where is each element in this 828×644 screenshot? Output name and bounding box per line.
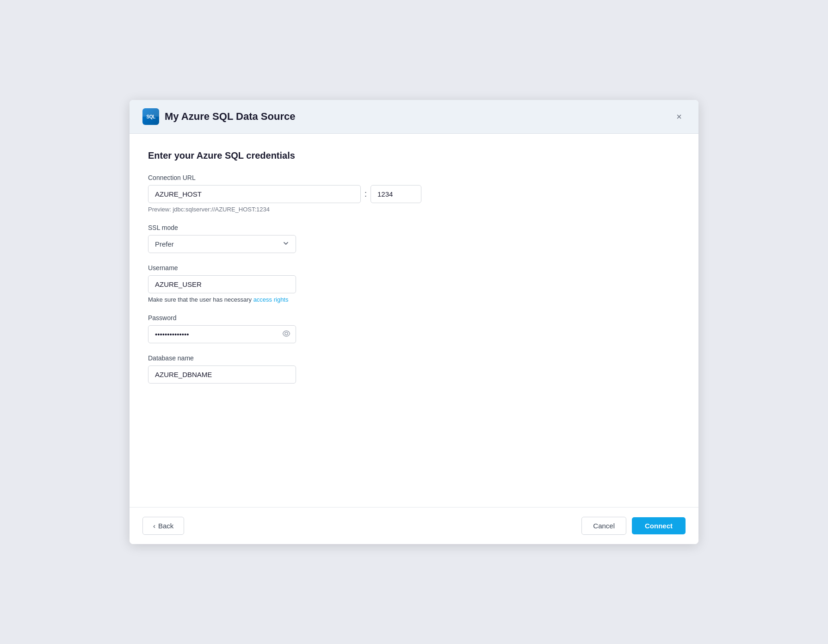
host-input[interactable]	[148, 185, 361, 203]
ssl-select-wrapper: Disable Allow Prefer Require Verify-CA V…	[148, 235, 296, 253]
username-help-text: Make sure that the user has necessary ac…	[148, 296, 680, 303]
connection-url-label: Connection URL	[148, 174, 680, 181]
connection-url-group: Connection URL : Preview: jdbc:sqlserver…	[148, 174, 680, 213]
password-group: Password	[148, 314, 680, 343]
password-label: Password	[148, 314, 680, 322]
back-button[interactable]: ‹ Back	[142, 517, 184, 535]
back-label: Back	[158, 522, 173, 530]
password-wrapper	[148, 325, 296, 343]
footer-right: Cancel Connect	[581, 517, 686, 535]
cancel-button[interactable]: Cancel	[581, 517, 626, 535]
azure-sql-dialog: SQL My Azure SQL Data Source × Enter you…	[130, 100, 698, 544]
database-name-group: Database name	[148, 354, 680, 384]
database-name-input[interactable]	[148, 365, 296, 384]
dialog-header: SQL My Azure SQL Data Source ×	[130, 100, 698, 134]
dialog-footer: ‹ Back Cancel Connect	[130, 507, 698, 544]
access-rights-link[interactable]: access rights	[253, 296, 289, 303]
username-input[interactable]	[148, 275, 296, 293]
password-toggle-button[interactable]	[281, 328, 291, 341]
header-left: SQL My Azure SQL Data Source	[142, 108, 295, 125]
username-group: Username Make sure that the user has nec…	[148, 264, 680, 303]
connect-button[interactable]: Connect	[632, 517, 686, 534]
svg-point-0	[285, 332, 288, 335]
dialog-body: Enter your Azure SQL credentials Connect…	[130, 134, 698, 507]
ssl-mode-group: SSL mode Disable Allow Prefer Require Ve…	[148, 224, 680, 253]
dialog-title: My Azure SQL Data Source	[165, 111, 295, 123]
ssl-mode-select[interactable]: Disable Allow Prefer Require Verify-CA V…	[148, 235, 296, 253]
connection-url-row: :	[148, 185, 680, 203]
port-input[interactable]	[371, 185, 421, 203]
close-button[interactable]: ×	[673, 110, 686, 123]
colon-separator: :	[365, 189, 367, 199]
section-title: Enter your Azure SQL credentials	[148, 150, 680, 161]
ssl-mode-label: SSL mode	[148, 224, 680, 231]
sql-icon: SQL	[142, 108, 159, 125]
username-label: Username	[148, 264, 680, 272]
password-input[interactable]	[148, 325, 296, 343]
back-chevron-icon: ‹	[153, 522, 155, 530]
connection-url-preview: Preview: jdbc:sqlserver://AZURE_HOST:123…	[148, 206, 680, 213]
database-name-label: Database name	[148, 354, 680, 362]
